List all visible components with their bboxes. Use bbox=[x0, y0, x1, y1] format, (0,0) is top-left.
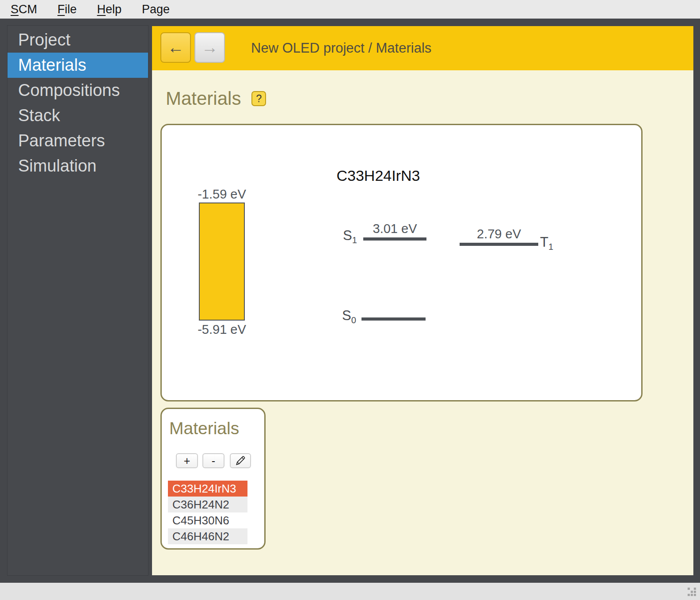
material-row-c45h30n6[interactable]: C45H30N6 bbox=[168, 512, 247, 528]
materials-panel-title: Materials bbox=[169, 419, 239, 438]
t1-level-line bbox=[460, 243, 538, 246]
add-material-button[interactable]: + bbox=[176, 453, 198, 468]
page-title: Materials bbox=[166, 88, 241, 109]
sidebar-item-project[interactable]: Project bbox=[8, 27, 148, 53]
homo-lumo-bar bbox=[199, 203, 245, 321]
sidebar-item-simulation[interactable]: Simulation bbox=[8, 153, 148, 179]
remove-material-button[interactable]: - bbox=[202, 453, 224, 468]
sidebar-item-materials[interactable]: Materials bbox=[8, 53, 148, 78]
breadcrumb: New OLED project / Materials bbox=[251, 26, 431, 70]
minus-icon: - bbox=[212, 455, 215, 467]
energy-diagram-panel: C33H24IrN3 -1.59 eV -5.91 eV S1 3.01 eV … bbox=[160, 124, 643, 401]
menu-page[interactable]: Page bbox=[142, 3, 170, 16]
pencil-icon bbox=[235, 455, 246, 466]
homo-energy-label: -5.91 eV bbox=[178, 322, 266, 337]
s1-level-line bbox=[363, 237, 426, 241]
material-row-c36h24n2[interactable]: C36H24N2 bbox=[168, 497, 247, 512]
diagram-title: C33H24IrN3 bbox=[290, 167, 467, 184]
sidebar-item-parameters[interactable]: Parameters bbox=[8, 128, 148, 153]
sidebar-nav: Project Materials Compositions Stack Par… bbox=[7, 25, 148, 576]
back-arrow-icon: ← bbox=[167, 38, 184, 57]
page-heading-row: Materials ? bbox=[166, 88, 266, 109]
question-mark-icon: ? bbox=[256, 93, 262, 105]
menu-bar: SCM File Help Page bbox=[0, 0, 700, 19]
menu-help[interactable]: Help bbox=[97, 3, 122, 16]
forward-arrow-icon: → bbox=[202, 38, 218, 57]
plus-icon: + bbox=[184, 455, 190, 467]
material-row-c46h46n2[interactable]: C46H46N2 bbox=[168, 528, 247, 544]
menu-scm[interactable]: SCM bbox=[11, 3, 37, 16]
lumo-energy-label: -1.59 eV bbox=[178, 187, 266, 202]
material-row-c33h24irn3[interactable]: C33H24IrN3 bbox=[168, 481, 247, 497]
application-window: SCM File Help Page Project Materials Com… bbox=[0, 0, 700, 600]
s1-label: S1 bbox=[343, 228, 357, 245]
t1-label: T1 bbox=[540, 234, 553, 252]
forward-button[interactable]: → bbox=[194, 32, 225, 63]
edit-material-button[interactable] bbox=[230, 453, 251, 468]
materials-list: C33H24IrN3 C36H24N2 C45H30N6 C46H46N2 bbox=[168, 481, 247, 544]
materials-list-panel: Materials + - C33H24IrN3 C36H24N2 C45H30… bbox=[160, 408, 266, 550]
page-header: ← → New OLED project / Materials bbox=[152, 26, 693, 70]
sidebar-item-stack[interactable]: Stack bbox=[8, 103, 148, 128]
content-area: Materials ? C33H24IrN3 -1.59 eV -5.91 eV… bbox=[152, 70, 693, 575]
t1-energy-label: 2.79 eV bbox=[460, 227, 538, 241]
s0-level-line bbox=[361, 317, 426, 321]
s1-energy-label: 3.01 eV bbox=[363, 222, 426, 236]
status-bar bbox=[0, 583, 700, 600]
help-button[interactable]: ? bbox=[251, 91, 266, 106]
back-button[interactable]: ← bbox=[160, 32, 191, 63]
resize-grip-icon[interactable] bbox=[688, 588, 696, 596]
sidebar-item-compositions[interactable]: Compositions bbox=[8, 78, 148, 103]
menu-file[interactable]: File bbox=[57, 3, 77, 16]
s0-label: S0 bbox=[342, 308, 356, 325]
